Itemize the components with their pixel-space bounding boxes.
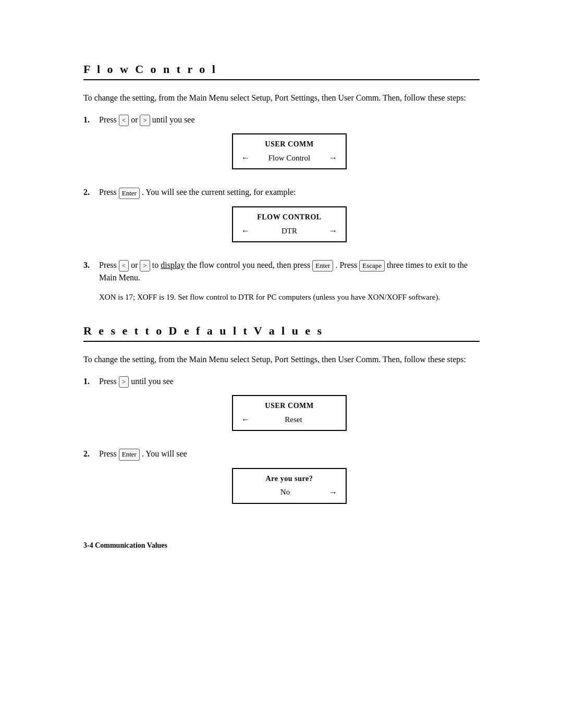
lcd1-title: USER COMM: [241, 139, 337, 150]
lcd-box-2: FLOW CONTROL ← DTR →: [232, 206, 347, 242]
lcd-container-3: USER COMM ← Reset: [99, 395, 480, 431]
step-2-num: 2.: [83, 186, 99, 199]
lcd-box-3: USER COMM ← Reset: [232, 395, 347, 431]
step-3-key4: Escape: [359, 260, 385, 272]
step-2-text-after: . You will see the current setting, for …: [142, 188, 296, 196]
lcd-container-2: FLOW CONTROL ← DTR →: [99, 206, 480, 242]
step-1-or: or: [131, 115, 138, 124]
section-flow-control: F l o w C o n t r o l To change the sett…: [83, 63, 480, 303]
step-1: 1. Press < or > until you see USER COMM: [83, 114, 480, 179]
reset-step-2-num: 2.: [83, 448, 99, 460]
section1-note: XON is 17; XOFF is 19. Set flow control …: [99, 291, 480, 303]
reset-step-1-content: Press > until you see USER COMM ← Reset: [99, 375, 480, 440]
section-heading-reset: R e s e t t o D e f a u l t V a l u e s: [83, 324, 480, 342]
reset-step-1-key1: >: [119, 376, 129, 388]
lcd2-value: DTR: [250, 225, 329, 237]
step-3-key2: >: [140, 260, 150, 272]
reset-step-1-num: 1.: [83, 375, 99, 388]
lcd2-title: FLOW CONTROL: [241, 212, 337, 223]
lcd-box-4: Are you sure? No →: [232, 468, 347, 504]
step-2-content: Press Enter . You will see the current s…: [99, 186, 480, 251]
reset-step-2-content: Press Enter . You will see Are you sure?…: [99, 448, 480, 513]
lcd4-right-arrow: →: [329, 486, 337, 499]
step-3-underline: display: [161, 261, 185, 269]
lcd3-row: ← Reset: [241, 413, 337, 426]
section-heading-flow-control: F l o w C o n t r o l: [83, 63, 480, 80]
lcd2-left-arrow: ←: [241, 225, 250, 237]
section-reset: R e s e t t o D e f a u l t V a l u e s …: [83, 324, 480, 513]
step-1-text-before: Press: [99, 115, 117, 124]
lcd1-right-arrow: →: [329, 152, 337, 164]
lcd4-value: No: [241, 486, 329, 498]
lcd1-row: ← Flow Control →: [241, 152, 337, 164]
reset-step-1-text-before: Press: [99, 377, 117, 386]
step-3-key1: <: [119, 260, 129, 272]
lcd-box-1: USER COMM ← Flow Control →: [232, 133, 347, 169]
lcd-container-1: USER COMM ← Flow Control →: [99, 133, 480, 169]
step-1-text-after: until you see: [152, 115, 195, 124]
footer: 3-4 Communication Values: [83, 541, 167, 550]
steps-list-1: 1. Press < or > until you see USER COMM: [83, 114, 480, 284]
reset-step-1: 1. Press > until you see USER COMM ← Res: [83, 375, 480, 440]
step-3-text-before: Press: [99, 261, 117, 269]
step-3-text-after2: . Press: [335, 261, 359, 269]
lcd4-title: Are you sure?: [241, 473, 337, 484]
step-3-or: or: [131, 261, 138, 269]
reset-step-2-text-before: Press: [99, 449, 117, 458]
lcd1-left-arrow: ←: [241, 152, 250, 164]
steps-list-2: 1. Press > until you see USER COMM ← Res: [83, 375, 480, 513]
step-3-num: 3.: [83, 259, 99, 272]
lcd1-value: Flow Control: [250, 152, 329, 164]
reset-step-2-key1: Enter: [119, 449, 140, 460]
footer-number: 3-4: [83, 541, 93, 549]
step-2: 2. Press Enter . You will see the curren…: [83, 186, 480, 251]
step-1-key2: >: [140, 115, 150, 126]
footer-text: Communication Values: [93, 541, 167, 549]
step-1-content: Press < or > until you see USER COMM ←: [99, 114, 480, 179]
lcd2-right-arrow: →: [329, 225, 337, 237]
section1-intro: To change the setting, from the Main Men…: [83, 92, 480, 104]
step-3-key3: Enter: [312, 260, 333, 272]
page-container: F l o w C o n t r o l To change the sett…: [0, 0, 563, 576]
lcd3-left-arrow: ←: [241, 413, 250, 426]
lcd3-value: Reset: [250, 414, 337, 426]
step-3-content: Press < or > to display the flow control…: [99, 259, 480, 284]
reset-step-1-text-after: until you see: [131, 377, 174, 386]
lcd-container-4: Are you sure? No →: [99, 468, 480, 504]
step-2-key1: Enter: [119, 188, 140, 199]
step-3-text-after: the flow control you need, then press: [187, 261, 310, 269]
reset-step-2-text-after: . You will see: [142, 449, 187, 458]
lcd2-row: ← DTR →: [241, 225, 337, 237]
step-1-num: 1.: [83, 114, 99, 126]
reset-step-2: 2. Press Enter . You will see Are you su…: [83, 448, 480, 513]
step-1-key1: <: [119, 115, 129, 126]
section2-intro: To change the setting, from the Main Men…: [83, 353, 480, 366]
step-2-text-before: Press: [99, 188, 117, 196]
lcd3-title: USER COMM: [241, 400, 337, 411]
lcd4-row: No →: [241, 486, 337, 499]
step-3: 3. Press < or > to display the flow cont…: [83, 259, 480, 284]
